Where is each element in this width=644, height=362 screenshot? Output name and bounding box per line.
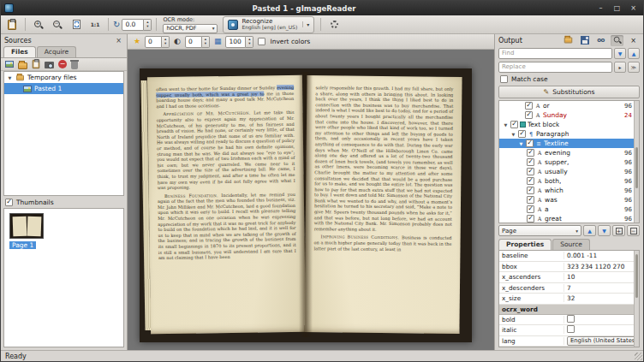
- add-images-icon[interactable]: [5, 61, 14, 68]
- property-value[interactable]: 7: [564, 284, 639, 292]
- zoom-out-button[interactable]: −: [49, 16, 66, 33]
- property-row[interactable]: x_ascenders 10: [499, 272, 639, 283]
- expander-icon[interactable]: ▼: [510, 132, 516, 137]
- tree-row-textline[interactable]: ▼ ✓ ≡ Textline: [499, 139, 639, 148]
- tab-properties[interactable]: Properties: [498, 239, 552, 250]
- ocr-mode-combo[interactable]: hOCR, PDF ▾: [163, 24, 218, 33]
- word-checkbox[interactable]: ✓: [527, 149, 534, 157]
- tree-scrollbar[interactable]: [634, 101, 639, 223]
- resolution-spinbox[interactable]: 100 ▴▾: [225, 36, 253, 48]
- collapse-all-button[interactable]: −: [627, 225, 640, 236]
- recognize-button[interactable]: Recognize English [eng] (en_US) ▾: [223, 16, 314, 33]
- word-checkbox[interactable]: ✓: [527, 158, 534, 166]
- previous-item-button[interactable]: ▲: [583, 225, 596, 236]
- resolution-value[interactable]: 100: [225, 36, 246, 48]
- word-checkbox[interactable]: ✓: [527, 196, 534, 204]
- scrollbar-thumb[interactable]: [635, 254, 638, 297]
- textline-checkbox[interactable]: ✓: [526, 139, 534, 147]
- tree-row-word[interactable]: ✓ A great 96: [499, 214, 639, 223]
- resolution-spin-arrows[interactable]: ▴▾: [246, 36, 253, 48]
- image-canvas[interactable]: often went to their home for Sunday dinn…: [128, 50, 494, 350]
- tree-row-word[interactable]: ✓ A both, 96: [499, 176, 639, 186]
- substitutions-toggle-button[interactable]: oo: [594, 35, 607, 46]
- page-thumbnail[interactable]: [9, 213, 44, 239]
- replace-button[interactable]: ▸: [614, 62, 626, 73]
- scrollbar-thumb[interactable]: [635, 147, 638, 188]
- next-item-button[interactable]: ▼: [598, 225, 611, 236]
- properties-scrollbar[interactable]: [634, 251, 639, 347]
- paste-button[interactable]: [3, 16, 21, 33]
- rotate-icon[interactable]: ↻: [113, 20, 120, 29]
- rotation-value[interactable]: 0.0: [122, 19, 144, 31]
- thumbnails-checkbox[interactable]: ✓: [5, 199, 13, 206]
- language-combo[interactable]: English (United States) ▾: [567, 336, 639, 346]
- find-prev-button[interactable]: ▲: [628, 48, 640, 59]
- open-hocr-button[interactable]: [562, 35, 575, 46]
- tree-row-temporary-files[interactable]: ▼ Temporary files: [4, 72, 123, 83]
- property-row[interactable]: x_size 32: [499, 294, 639, 305]
- tree-row-word[interactable]: ✓ A or 96: [499, 101, 639, 110]
- navigation-target-combo[interactable]: Page ▾: [498, 225, 581, 236]
- find-next-button[interactable]: ▼: [614, 48, 626, 59]
- brightness-spinbox[interactable]: 0 ▴▾: [145, 36, 170, 48]
- property-value[interactable]: 10: [564, 273, 639, 281]
- expand-all-button[interactable]: +: [612, 225, 625, 236]
- italic-checkbox[interactable]: [567, 325, 575, 333]
- maximize-button[interactable]: □: [611, 3, 623, 14]
- tree-row-word[interactable]: ✓ A which 96: [499, 186, 639, 195]
- add-folder-icon[interactable]: [18, 62, 27, 69]
- screenshot-icon[interactable]: [45, 62, 54, 68]
- thumbnail-caption[interactable]: Page 1: [9, 241, 36, 249]
- minimize-button[interactable]: –: [594, 3, 607, 14]
- tree-row-pasted-1[interactable]: Pasted 1: [4, 83, 123, 94]
- substitutions-button[interactable]: ✎ Substitutions: [498, 86, 640, 98]
- replace-input[interactable]: [498, 62, 612, 73]
- word-checkbox[interactable]: ✓: [527, 177, 534, 185]
- zoom-in-button[interactable]: +: [30, 16, 47, 33]
- contrast-value[interactable]: 0: [185, 36, 202, 48]
- remove-source-icon[interactable]: −: [58, 60, 67, 68]
- settings-button[interactable]: [325, 16, 343, 33]
- word-checkbox[interactable]: ✓: [527, 215, 534, 223]
- bold-checkbox[interactable]: [567, 315, 575, 323]
- close-button[interactable]: ×: [627, 3, 640, 14]
- property-row-lang[interactable]: lang English (United States) ▾: [499, 336, 639, 347]
- property-row-bold[interactable]: bold: [499, 315, 639, 326]
- tree-row-text-block[interactable]: ▼ ✓ Text block: [499, 120, 639, 129]
- property-value[interactable]: 0.001 -11: [564, 252, 639, 259]
- zoom-original-button[interactable]: 1:1: [86, 16, 104, 33]
- tab-acquire[interactable]: Acquire: [37, 46, 76, 57]
- resize-grip[interactable]: [635, 353, 642, 360]
- property-value[interactable]: 323 234 1120 270: [564, 263, 639, 270]
- brightness-spin-arrows[interactable]: ▴▾: [162, 36, 170, 48]
- paste-source-icon[interactable]: [33, 60, 40, 68]
- tree-row-word[interactable]: ✓ A was 96: [499, 195, 639, 205]
- expander-icon[interactable]: ▼: [7, 75, 13, 80]
- tree-row-word[interactable]: ✓ A Sunday 24: [499, 110, 639, 120]
- tab-files[interactable]: Files: [3, 46, 36, 57]
- tree-row-word[interactable]: ✓ A supper, 96: [499, 157, 639, 167]
- property-row[interactable]: bbox 323 234 1120 270: [499, 262, 639, 273]
- expander-icon[interactable]: ▼: [503, 122, 509, 128]
- property-row[interactable]: x_descenders 7: [499, 283, 639, 294]
- contrast-spin-arrows[interactable]: ▴▾: [202, 36, 210, 48]
- tree-row-word[interactable]: ✓ A a 96: [499, 205, 639, 214]
- invert-colors-checkbox[interactable]: [258, 38, 265, 45]
- match-case-checkbox[interactable]: [500, 75, 508, 83]
- tab-source[interactable]: Source: [552, 239, 590, 250]
- replace-all-button[interactable]: ≫: [628, 62, 640, 73]
- expander-icon[interactable]: ▼: [518, 141, 524, 146]
- save-hocr-button[interactable]: [578, 35, 591, 46]
- word-checkbox[interactable]: ✓: [525, 102, 533, 110]
- tree-row-paragraph[interactable]: ▼ ✓ ¶ Paragraph: [499, 129, 639, 139]
- property-value[interactable]: 32: [564, 294, 639, 302]
- property-row-italic[interactable]: italic: [499, 325, 639, 336]
- property-row[interactable]: baseline 0.001 -11: [499, 251, 639, 262]
- close-output-button[interactable]: ×: [627, 35, 640, 46]
- tree-row-word[interactable]: ✓ A usually 96: [499, 167, 639, 176]
- find-replace-toggle-button[interactable]: [611, 35, 623, 46]
- rotation-spin-arrows[interactable]: ▴▾: [144, 19, 152, 31]
- brightness-value[interactable]: 0: [145, 36, 162, 48]
- word-checkbox[interactable]: ✓: [525, 111, 533, 119]
- close-sources-icon[interactable]: ×: [114, 37, 123, 45]
